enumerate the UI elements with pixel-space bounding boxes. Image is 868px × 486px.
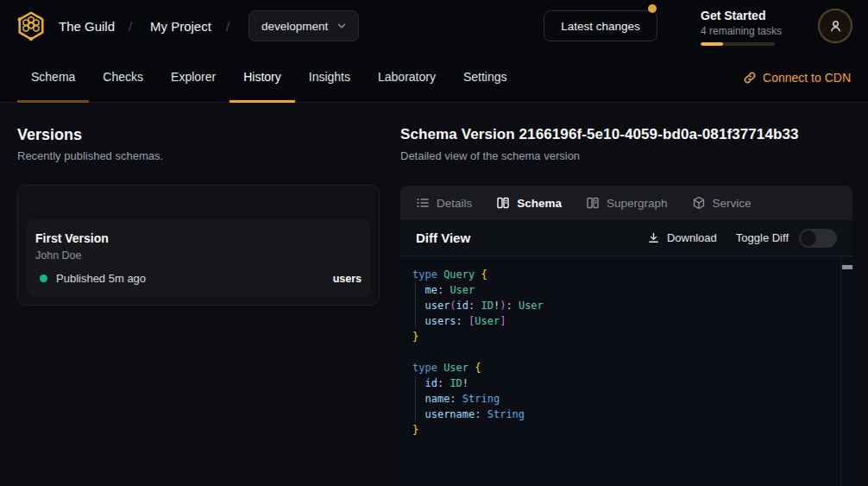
version-name: First Version: [35, 231, 362, 246]
latest-changes-button[interactable]: Latest changes: [544, 10, 657, 41]
nav-tab-schema[interactable]: Schema: [17, 52, 89, 102]
diff-view-header: Diff View Download Toggle Diff: [400, 220, 852, 256]
user-icon: [828, 19, 843, 34]
main-nav: Schema Checks Explorer History Insights …: [0, 52, 868, 103]
download-button[interactable]: Download: [647, 231, 717, 244]
version-status: Published 5m ago: [56, 272, 146, 285]
scrollbar-thumb[interactable]: [842, 265, 852, 269]
link-icon: [743, 71, 757, 85]
breadcrumb-separator: /: [129, 0, 132, 52]
nav-tab-history[interactable]: History: [230, 52, 295, 102]
tab-service[interactable]: Service: [692, 196, 752, 210]
get-started-progress-fill: [701, 42, 723, 46]
hive-logo-icon[interactable]: [14, 9, 48, 43]
published-status-dot: [40, 275, 47, 282]
schema-version-title: Schema Version 2166196f-5e10-4059-bd0a-0…: [400, 126, 799, 143]
nav-tab-explorer[interactable]: Explorer: [157, 52, 230, 102]
org-breadcrumb[interactable]: The Guild: [59, 0, 115, 52]
code-scrollbar[interactable]: [840, 256, 852, 486]
indent-guide: [415, 376, 416, 422]
diff-view-title: Diff View: [416, 230, 470, 245]
user-avatar-button[interactable]: [818, 9, 852, 43]
nav-tab-insights[interactable]: Insights: [295, 52, 364, 102]
breadcrumb-separator: /: [226, 0, 230, 52]
versions-heading: Versions: [17, 126, 82, 144]
version-service-badge: users: [333, 273, 362, 285]
list-icon: [416, 196, 430, 210]
nav-tab-laboratory[interactable]: Laboratory: [364, 52, 450, 102]
target-selector-value: development: [261, 20, 336, 33]
connect-to-cdn-link[interactable]: Connect to CDN: [743, 52, 851, 103]
tab-supergraph[interactable]: Supergraph: [586, 196, 668, 210]
schema-sdl-code-block[interactable]: type Query { me: User user(id: ID!): Use…: [400, 256, 852, 486]
target-selector-dropdown[interactable]: development: [248, 10, 359, 41]
tab-schema[interactable]: Schema: [496, 196, 562, 210]
detail-tab-bar: Details Schema Supergraph: [400, 186, 852, 220]
schema-version-panel: Details Schema Supergraph: [400, 186, 852, 486]
notification-dot: [648, 4, 657, 13]
version-list-item[interactable]: First Version John Doe Published 5m ago …: [27, 219, 370, 297]
version-author: John Doe: [35, 249, 362, 262]
get-started-progress: [701, 42, 775, 46]
cube-icon: [692, 196, 706, 210]
top-header: The Guild / My Project / development Lat…: [0, 0, 868, 52]
book-icon: [586, 196, 600, 210]
toggle-diff-switch[interactable]: [799, 229, 837, 248]
book-icon: [496, 196, 510, 210]
nav-tab-settings[interactable]: Settings: [450, 52, 521, 102]
download-icon: [647, 231, 660, 244]
versions-list-card: First Version John Doe Published 5m ago …: [17, 185, 380, 306]
get-started-title: Get Started: [701, 8, 783, 23]
chevron-down-icon: [336, 20, 348, 32]
get-started-widget[interactable]: Get Started 4 remaining tasks: [701, 8, 783, 46]
indent-guide: [415, 282, 416, 329]
nav-tab-checks[interactable]: Checks: [89, 52, 157, 102]
tab-details[interactable]: Details: [416, 196, 472, 210]
get-started-subtitle: 4 remaining tasks: [701, 24, 783, 38]
versions-subheading: Recently published schemas.: [17, 149, 163, 162]
project-breadcrumb[interactable]: My Project: [150, 0, 211, 52]
toggle-diff-label: Toggle Diff: [736, 231, 789, 244]
schema-version-subtitle: Detailed view of the schema version: [400, 149, 580, 162]
